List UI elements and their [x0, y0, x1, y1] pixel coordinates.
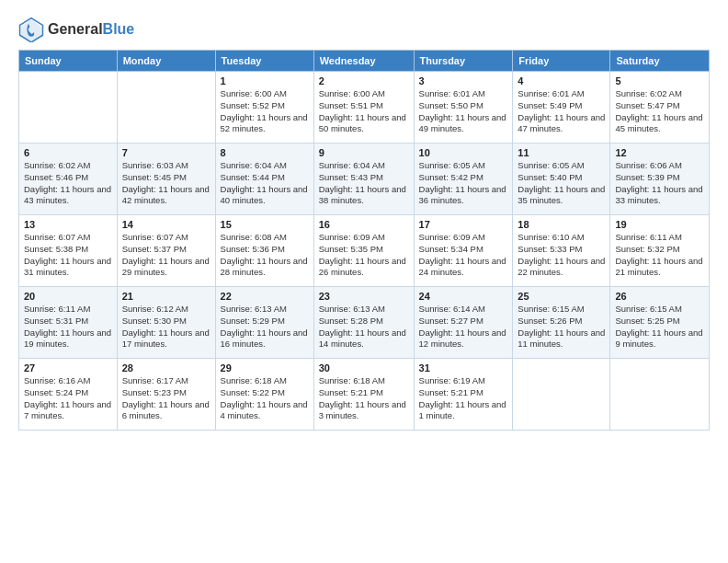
day-info: Sunrise: 6:14 AM Sunset: 5:27 PM Dayligh…: [419, 304, 508, 350]
day-info: Sunrise: 6:07 AM Sunset: 5:37 PM Dayligh…: [122, 232, 210, 279]
day-info: Sunrise: 6:11 AM Sunset: 5:31 PM Dayligh…: [24, 304, 112, 350]
day-info: Sunrise: 6:17 AM Sunset: 5:23 PM Dayligh…: [122, 375, 210, 422]
day-number: 4: [518, 75, 605, 86]
day-info: Sunrise: 6:04 AM Sunset: 5:44 PM Dayligh…: [221, 160, 309, 207]
day-cell: 21Sunrise: 6:12 AM Sunset: 5:30 PM Dayli…: [117, 287, 215, 359]
day-number: 2: [319, 75, 409, 86]
day-cell: 31Sunrise: 6:19 AM Sunset: 5:21 PM Dayli…: [414, 359, 513, 431]
day-number: 25: [518, 291, 605, 302]
day-info: Sunrise: 6:09 AM Sunset: 5:34 PM Dayligh…: [419, 232, 508, 279]
week-row-4: 20Sunrise: 6:11 AM Sunset: 5:31 PM Dayli…: [19, 287, 710, 359]
day-info: Sunrise: 6:01 AM Sunset: 5:50 PM Dayligh…: [419, 88, 508, 135]
day-number: 29: [221, 362, 309, 373]
day-number: 15: [221, 219, 309, 230]
day-info: Sunrise: 6:12 AM Sunset: 5:30 PM Dayligh…: [122, 304, 210, 350]
day-info: Sunrise: 6:09 AM Sunset: 5:35 PM Dayligh…: [319, 232, 409, 279]
day-number: 21: [122, 291, 210, 302]
week-row-2: 6Sunrise: 6:02 AM Sunset: 5:46 PM Daylig…: [19, 144, 710, 215]
day-header-row: SundayMondayTuesdayWednesdayThursdayFrid…: [19, 51, 710, 72]
day-cell: 29Sunrise: 6:18 AM Sunset: 5:22 PM Dayli…: [215, 359, 313, 431]
day-cell: 16Sunrise: 6:09 AM Sunset: 5:35 PM Dayli…: [313, 215, 414, 287]
day-number: 26: [615, 291, 704, 302]
day-info: Sunrise: 6:00 AM Sunset: 5:51 PM Dayligh…: [319, 88, 409, 135]
day-info: Sunrise: 6:11 AM Sunset: 5:32 PM Dayligh…: [615, 232, 704, 279]
day-number: 23: [319, 291, 409, 302]
day-number: 6: [24, 147, 112, 158]
day-number: 20: [24, 291, 112, 302]
day-info: Sunrise: 6:16 AM Sunset: 5:24 PM Dayligh…: [24, 375, 112, 422]
day-info: Sunrise: 6:13 AM Sunset: 5:29 PM Dayligh…: [221, 304, 309, 350]
day-cell: 3Sunrise: 6:01 AM Sunset: 5:50 PM Daylig…: [414, 72, 513, 144]
day-number: 7: [122, 147, 210, 158]
day-cell: 7Sunrise: 6:03 AM Sunset: 5:45 PM Daylig…: [117, 144, 215, 215]
day-info: Sunrise: 6:10 AM Sunset: 5:33 PM Dayligh…: [518, 232, 605, 279]
day-cell: 18Sunrise: 6:10 AM Sunset: 5:33 PM Dayli…: [513, 215, 610, 287]
day-cell: 20Sunrise: 6:11 AM Sunset: 5:31 PM Dayli…: [19, 287, 118, 359]
day-cell: 11Sunrise: 6:05 AM Sunset: 5:40 PM Dayli…: [513, 144, 610, 215]
logo-text: GeneralBlue: [48, 21, 134, 38]
day-number: 19: [615, 219, 704, 230]
day-cell: [513, 359, 610, 431]
day-info: Sunrise: 6:19 AM Sunset: 5:21 PM Dayligh…: [419, 375, 508, 422]
day-info: Sunrise: 6:08 AM Sunset: 5:36 PM Dayligh…: [221, 232, 309, 279]
day-cell: 28Sunrise: 6:17 AM Sunset: 5:23 PM Dayli…: [117, 359, 215, 431]
day-number: 16: [319, 219, 409, 230]
day-cell: 1Sunrise: 6:00 AM Sunset: 5:52 PM Daylig…: [215, 72, 313, 144]
day-number: 28: [122, 362, 210, 373]
day-number: 11: [518, 147, 605, 158]
day-info: Sunrise: 6:05 AM Sunset: 5:42 PM Dayligh…: [419, 160, 508, 207]
calendar-body: 1Sunrise: 6:00 AM Sunset: 5:52 PM Daylig…: [19, 72, 710, 431]
day-number: 14: [122, 219, 210, 230]
day-info: Sunrise: 6:15 AM Sunset: 5:25 PM Dayligh…: [615, 304, 704, 350]
day-cell: 2Sunrise: 6:00 AM Sunset: 5:51 PM Daylig…: [313, 72, 414, 144]
day-info: Sunrise: 6:06 AM Sunset: 5:39 PM Dayligh…: [615, 160, 704, 207]
col-header-monday: Monday: [117, 51, 215, 72]
day-cell: 25Sunrise: 6:15 AM Sunset: 5:26 PM Dayli…: [513, 287, 610, 359]
day-info: Sunrise: 6:15 AM Sunset: 5:26 PM Dayligh…: [518, 304, 605, 350]
col-header-thursday: Thursday: [414, 51, 513, 72]
day-number: 31: [419, 362, 508, 373]
day-cell: 13Sunrise: 6:07 AM Sunset: 5:38 PM Dayli…: [19, 215, 118, 287]
day-info: Sunrise: 6:03 AM Sunset: 5:45 PM Dayligh…: [122, 160, 210, 207]
day-number: 3: [419, 75, 508, 86]
day-cell: 12Sunrise: 6:06 AM Sunset: 5:39 PM Dayli…: [610, 144, 710, 215]
day-number: 27: [24, 362, 112, 373]
logo-icon: [18, 17, 44, 42]
day-number: 22: [221, 291, 309, 302]
header: GeneralBlue: [18, 17, 710, 42]
day-info: Sunrise: 6:04 AM Sunset: 5:43 PM Dayligh…: [319, 160, 409, 207]
day-info: Sunrise: 6:02 AM Sunset: 5:47 PM Dayligh…: [615, 88, 704, 135]
day-info: Sunrise: 6:05 AM Sunset: 5:40 PM Dayligh…: [518, 160, 605, 207]
day-cell: 24Sunrise: 6:14 AM Sunset: 5:27 PM Dayli…: [414, 287, 513, 359]
day-number: 12: [615, 147, 704, 158]
col-header-wednesday: Wednesday: [313, 51, 414, 72]
day-cell: 15Sunrise: 6:08 AM Sunset: 5:36 PM Dayli…: [215, 215, 313, 287]
day-number: 1: [221, 75, 309, 86]
day-cell: 19Sunrise: 6:11 AM Sunset: 5:32 PM Dayli…: [610, 215, 710, 287]
day-info: Sunrise: 6:18 AM Sunset: 5:21 PM Dayligh…: [319, 375, 409, 422]
day-number: 9: [319, 147, 409, 158]
week-row-3: 13Sunrise: 6:07 AM Sunset: 5:38 PM Dayli…: [19, 215, 710, 287]
day-cell: 22Sunrise: 6:13 AM Sunset: 5:29 PM Dayli…: [215, 287, 313, 359]
day-cell: 14Sunrise: 6:07 AM Sunset: 5:37 PM Dayli…: [117, 215, 215, 287]
day-cell: 4Sunrise: 6:01 AM Sunset: 5:49 PM Daylig…: [513, 72, 610, 144]
day-cell: 5Sunrise: 6:02 AM Sunset: 5:47 PM Daylig…: [610, 72, 710, 144]
day-info: Sunrise: 6:01 AM Sunset: 5:49 PM Dayligh…: [518, 88, 605, 135]
day-cell: 26Sunrise: 6:15 AM Sunset: 5:25 PM Dayli…: [610, 287, 710, 359]
calendar-table: SundayMondayTuesdayWednesdayThursdayFrid…: [18, 50, 710, 431]
col-header-friday: Friday: [513, 51, 610, 72]
day-info: Sunrise: 6:13 AM Sunset: 5:28 PM Dayligh…: [319, 304, 409, 350]
week-row-1: 1Sunrise: 6:00 AM Sunset: 5:52 PM Daylig…: [19, 72, 710, 144]
day-cell: 10Sunrise: 6:05 AM Sunset: 5:42 PM Dayli…: [414, 144, 513, 215]
day-number: 17: [419, 219, 508, 230]
day-number: 8: [221, 147, 309, 158]
day-info: Sunrise: 6:00 AM Sunset: 5:52 PM Dayligh…: [221, 88, 309, 135]
day-number: 13: [24, 219, 112, 230]
day-cell: 30Sunrise: 6:18 AM Sunset: 5:21 PM Dayli…: [313, 359, 414, 431]
col-header-sunday: Sunday: [19, 51, 118, 72]
day-number: 18: [518, 219, 605, 230]
day-cell: 23Sunrise: 6:13 AM Sunset: 5:28 PM Dayli…: [313, 287, 414, 359]
logo: GeneralBlue: [18, 17, 134, 42]
day-cell: 17Sunrise: 6:09 AM Sunset: 5:34 PM Dayli…: [414, 215, 513, 287]
day-cell: [610, 359, 710, 431]
